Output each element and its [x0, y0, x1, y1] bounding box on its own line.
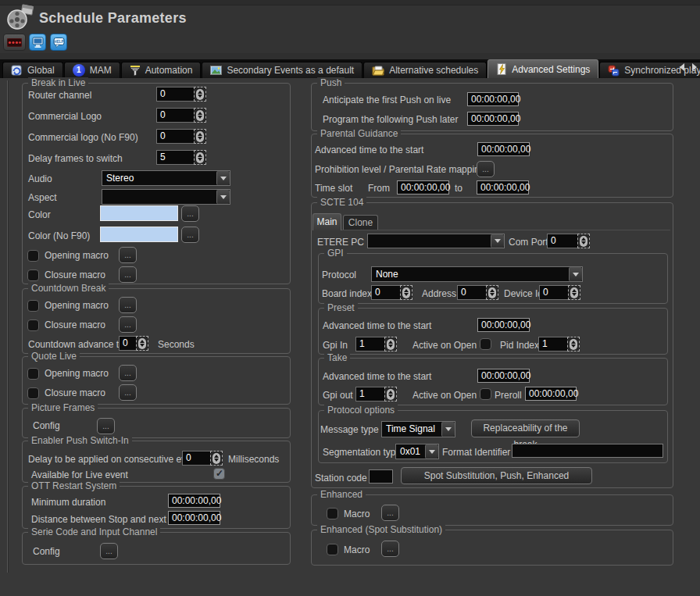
tab-alternative-schedules[interactable]: Alternative schedules [363, 62, 487, 78]
spinner-arrows-icon[interactable] [568, 285, 580, 300]
scte-tab-main[interactable]: Main [312, 213, 341, 230]
quote-closure-macro-browse-button[interactable]: ... [119, 384, 137, 401]
program-push-input[interactable]: 00:00:00,00 [467, 112, 519, 126]
chevron-down-icon[interactable] [425, 444, 438, 459]
distance-input[interactable]: 00:00:00,00 [168, 511, 220, 525]
aspect-select[interactable] [102, 189, 230, 205]
tab-secondary-events[interactable]: Secondary Events as a default [202, 62, 362, 78]
preset-advanced-input[interactable]: 00:00:00,00 [477, 318, 530, 332]
tab-mam[interactable]: 1 MAM [64, 62, 120, 78]
group-title: Enabler Push Switch-In [28, 435, 132, 446]
picture-frames-config-button[interactable]: ... [97, 418, 115, 434]
gpi-in-stepper[interactable]: 1 [355, 337, 397, 352]
segmentation-type-select[interactable]: 0x01 [395, 444, 439, 459]
address-value: 0 [457, 285, 486, 300]
anticipate-push-input[interactable]: 00:00:00,00 [467, 92, 519, 106]
tab-scroll-right-icon[interactable] [692, 63, 697, 71]
chevron-down-icon[interactable] [491, 234, 504, 248]
parental-advanced-input[interactable]: 00:00:00,00 [477, 142, 530, 156]
closure-macro-checkbox[interactable] [27, 269, 39, 281]
available-live-checkbox[interactable] [213, 468, 225, 480]
secondary-events-picture-icon [210, 65, 222, 76]
serie-config-button[interactable]: ... [100, 543, 118, 559]
timeslot-to-input[interactable]: 00:00:00,00 [477, 180, 529, 195]
tab-advanced-settings[interactable]: Advanced Settings [488, 59, 598, 78]
opening-macro-checkbox[interactable] [27, 250, 39, 262]
spinner-arrows-icon[interactable] [577, 234, 590, 248]
spinner-arrows-icon[interactable] [194, 87, 206, 102]
color-browse-button[interactable]: ... [181, 205, 199, 222]
chevron-down-icon[interactable] [216, 171, 230, 185]
color-nof90-browse-button[interactable]: ... [181, 227, 199, 243]
countdown-opening-macro-checkbox[interactable] [27, 300, 39, 312]
timeslot-from-input[interactable]: 00:00:00,00 [397, 180, 449, 195]
spinner-arrows-icon[interactable] [210, 451, 223, 466]
enhanced-spot-macro-checkbox[interactable] [327, 544, 338, 555]
spinner-arrows-icon[interactable] [567, 337, 580, 352]
gpi-out-stepper[interactable]: 1 [355, 387, 397, 401]
spinner-arrows-icon[interactable] [384, 337, 397, 352]
quote-opening-macro-browse-button[interactable]: ... [119, 365, 137, 381]
countdown-closure-macro-browse-button[interactable]: ... [119, 316, 137, 333]
enhanced-spot-macro-browse-button[interactable]: ... [381, 541, 399, 557]
spinner-arrows-icon[interactable] [194, 108, 206, 123]
color-nof90-swatch[interactable] [100, 227, 178, 242]
station-code-input[interactable] [369, 469, 393, 484]
spinner-arrows-icon[interactable] [384, 387, 397, 401]
scte-tab-clone[interactable]: Clone [343, 215, 378, 230]
etere-pc-select[interactable] [367, 234, 505, 248]
tab-automation[interactable]: Automation [121, 62, 202, 78]
countdown-opening-macro-browse-button[interactable]: ... [119, 297, 137, 313]
preroll-input[interactable]: 00:00:00,00 [525, 387, 577, 401]
film-strip-button[interactable] [3, 34, 26, 51]
spinner-arrows-icon[interactable] [136, 336, 148, 351]
picture-frames-config-label: Config [33, 420, 60, 431]
format-identifier-input[interactable] [512, 444, 663, 458]
countdown-advance-stepper[interactable]: 0 [119, 336, 148, 351]
tab-scroll-left-icon[interactable] [680, 63, 684, 71]
enhanced-macro-checkbox[interactable] [327, 508, 338, 519]
spinner-arrows-icon[interactable] [400, 285, 412, 300]
commercial-logo-stepper[interactable]: 0 [156, 108, 206, 123]
help-button[interactable]: HELP [50, 34, 67, 51]
replaceability-button[interactable]: Replaceability of the break [471, 419, 580, 437]
audio-select[interactable]: Stereo [102, 170, 230, 186]
prohibition-browse-button[interactable]: ... [477, 161, 495, 177]
message-type-select[interactable]: Time Signal [381, 421, 455, 437]
gpi-protocol-select[interactable]: None [371, 266, 583, 282]
closure-macro-browse-button[interactable]: ... [119, 266, 137, 283]
board-index-stepper[interactable]: 0 [371, 285, 412, 300]
mam-badge-icon: 1 [73, 64, 85, 77]
router-channel-stepper[interactable]: 0 [156, 87, 206, 102]
preset-active-checkbox[interactable] [480, 338, 491, 350]
spot-substitution-button[interactable]: Spot Substitution, Push, Enhanced [401, 467, 592, 484]
chevron-down-icon[interactable] [216, 190, 230, 204]
enabler-delay-unit: Milliseconds [228, 454, 279, 465]
countdown-closure-macro-checkbox[interactable] [27, 319, 39, 331]
spinner-arrows-icon[interactable] [194, 129, 206, 144]
board-index-value: 0 [371, 285, 400, 300]
com-port-stepper[interactable]: 0 [547, 234, 590, 248]
take-active-checkbox[interactable] [480, 388, 491, 400]
opening-macro-browse-button[interactable]: ... [119, 247, 137, 263]
monitor-button[interactable] [29, 34, 46, 51]
take-advanced-input[interactable]: 00:00:00,00 [477, 369, 530, 383]
chevron-down-icon[interactable] [569, 267, 582, 281]
tab-global[interactable]: Global [2, 62, 63, 78]
delay-frames-stepper[interactable]: 5 [156, 150, 206, 165]
device-id-stepper[interactable]: 0 [539, 285, 580, 300]
quote-closure-macro-checkbox[interactable] [27, 387, 39, 399]
chevron-down-icon[interactable] [441, 422, 455, 437]
pid-index-stepper[interactable]: 1 [538, 337, 580, 352]
distance-label: Distance between Stop and next Start [31, 514, 188, 525]
min-duration-input[interactable]: 00:00:00,00 [168, 494, 220, 508]
spinner-arrows-icon[interactable] [194, 150, 206, 165]
quote-opening-macro-checkbox[interactable] [27, 368, 39, 380]
color-swatch[interactable] [100, 205, 178, 221]
advanced-settings-lightning-icon [496, 63, 507, 75]
address-stepper[interactable]: 0 [457, 285, 498, 300]
spinner-arrows-icon[interactable] [486, 285, 498, 300]
commercial-logo-nof90-stepper[interactable]: 0 [156, 129, 206, 144]
enhanced-macro-browse-button[interactable]: ... [381, 505, 399, 521]
enabler-delay-stepper[interactable]: 0 [182, 451, 223, 466]
